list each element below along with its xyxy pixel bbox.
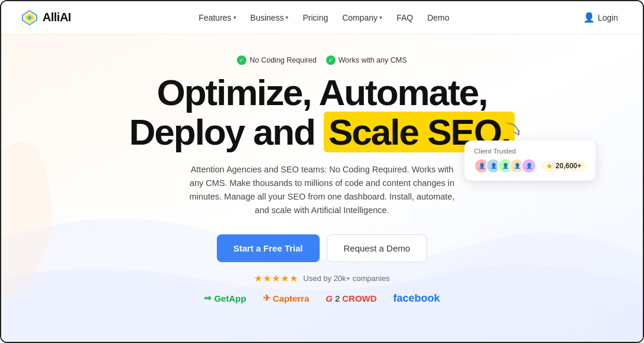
check-icon: ✓ [237,55,246,65]
user-icon: 👤 [583,12,595,23]
navbar: AlliAI Features ▾ Business ▾ Pricing Com… [1,1,643,34]
facebook-logo: facebook [393,292,440,305]
nav-faq[interactable]: FAQ [391,9,419,26]
hero-subtitle: Attention Agencies and SEO teams: No Cod… [186,163,458,218]
used-by-text: Used by 20k+ companies [303,274,389,283]
nav-business[interactable]: Business ▾ [245,9,295,26]
request-demo-button[interactable]: Request a Demo [327,234,428,262]
chevron-down-icon: ▾ [379,14,382,21]
hero-title: Optimize, Automate, Deploy and Scale SEO… [129,73,515,152]
star-icon: ★ [546,162,553,171]
badge-no-coding: ✓ No Coding Required [237,55,316,65]
badge-cms: ✓ Works with any CMS [326,55,407,65]
login-button[interactable]: 👤 Login [577,8,624,27]
nav-pricing[interactable]: Pricing [297,9,334,26]
avatars: 👤 👤 👤 👤 👤 [474,158,536,174]
rating-stars: ★★★★★ [254,273,298,284]
nav-company[interactable]: Company ▾ [336,9,388,26]
g2crowd-logo: G 2 CROWD [326,293,376,303]
nav-features[interactable]: Features ▾ [193,9,242,26]
nav-links: Features ▾ Business ▾ Pricing Company ▾ … [193,9,455,26]
partner-logos: ⇒ GetApp ✈ Capterra G 2 CROWD facebook [204,292,440,305]
social-proof-card: Client Trusted 👤 👤 👤 👤 👤 ★ 20,600+ [464,141,596,181]
check-icon: ✓ [326,55,336,65]
rating-pill: ★ 20,600+ [541,161,586,172]
logo-text: AlliAI [43,11,71,24]
nav-demo[interactable]: Demo [421,9,455,26]
svg-point-3 [28,16,31,19]
nav-right: 👤 Login [577,8,624,27]
hero-section: ✓ No Coding Required ✓ Works with any CM… [1,34,643,343]
badge-row: ✓ No Coding Required ✓ Works with any CM… [237,55,406,65]
rating-count: 20,600+ [555,162,581,170]
logo[interactable]: AlliAI [20,8,71,27]
chevron-down-icon: ▾ [233,14,236,21]
chevron-down-icon: ▾ [285,14,288,21]
start-trial-button[interactable]: Start a Free Trial [217,234,320,262]
avatar: 👤 [521,158,536,174]
social-proof-label: Client Trusted [474,148,586,155]
stars-row: ★★★★★ Used by 20k+ companies [254,273,389,284]
capterra-logo: ✈ Capterra [263,293,310,303]
getapp-logo: ⇒ GetApp [204,293,246,303]
cta-buttons: Start a Free Trial Request a Demo [217,234,427,262]
logo-icon [20,8,39,27]
social-proof-row: 👤 👤 👤 👤 👤 ★ 20,600+ [474,158,586,174]
